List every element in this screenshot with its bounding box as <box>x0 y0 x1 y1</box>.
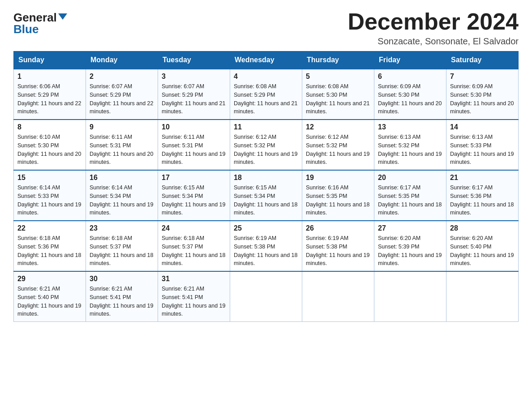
day-number: 5 <box>306 73 370 81</box>
day-number: 14 <box>450 123 515 131</box>
day-info: Sunrise: 6:09 AM Sunset: 5:30 PM Dayligh… <box>450 82 515 116</box>
calendar-table: Sunday Monday Tuesday Wednesday Thursday… <box>13 51 519 322</box>
day-number: 20 <box>378 174 442 182</box>
week-row-5: 29 Sunrise: 6:21 AM Sunset: 5:40 PM Dayl… <box>14 271 519 322</box>
day-cell: 3 Sunrise: 6:07 AM Sunset: 5:29 PM Dayli… <box>158 69 230 120</box>
calendar-header-row: Sunday Monday Tuesday Wednesday Thursday… <box>14 51 519 69</box>
day-info: Sunrise: 6:13 AM Sunset: 5:33 PM Dayligh… <box>450 133 515 167</box>
col-sunday: Sunday <box>14 51 86 69</box>
day-info: Sunrise: 6:19 AM Sunset: 5:38 PM Dayligh… <box>234 234 298 268</box>
day-info: Sunrise: 6:11 AM Sunset: 5:31 PM Dayligh… <box>90 133 154 167</box>
day-cell: 25 Sunrise: 6:19 AM Sunset: 5:38 PM Dayl… <box>230 221 302 271</box>
day-number: 24 <box>162 224 226 232</box>
day-cell: 30 Sunrise: 6:21 AM Sunset: 5:41 PM Dayl… <box>86 271 158 322</box>
week-row-2: 8 Sunrise: 6:10 AM Sunset: 5:30 PM Dayli… <box>14 120 519 170</box>
day-number: 1 <box>17 73 82 81</box>
day-cell: 5 Sunrise: 6:08 AM Sunset: 5:30 PM Dayli… <box>302 69 374 120</box>
day-number: 21 <box>450 174 515 182</box>
page-header: General Blue December 2024 Sonzacate, So… <box>13 9 519 47</box>
day-info: Sunrise: 6:07 AM Sunset: 5:29 PM Dayligh… <box>90 82 154 116</box>
day-cell: 27 Sunrise: 6:20 AM Sunset: 5:39 PM Dayl… <box>374 221 446 271</box>
day-number: 11 <box>234 123 298 131</box>
day-info: Sunrise: 6:07 AM Sunset: 5:29 PM Dayligh… <box>162 82 226 116</box>
day-number: 12 <box>306 123 370 131</box>
day-info: Sunrise: 6:18 AM Sunset: 5:36 PM Dayligh… <box>17 234 82 268</box>
day-info: Sunrise: 6:14 AM Sunset: 5:33 PM Dayligh… <box>17 184 82 217</box>
day-cell: 4 Sunrise: 6:08 AM Sunset: 5:29 PM Dayli… <box>230 69 302 120</box>
day-cell: 28 Sunrise: 6:20 AM Sunset: 5:40 PM Dayl… <box>446 221 519 271</box>
day-cell <box>446 271 519 322</box>
day-number: 13 <box>378 123 442 131</box>
col-friday: Friday <box>374 51 446 69</box>
day-info: Sunrise: 6:14 AM Sunset: 5:34 PM Dayligh… <box>90 184 154 217</box>
col-saturday: Saturday <box>446 51 519 69</box>
day-number: 29 <box>17 275 82 283</box>
day-cell: 26 Sunrise: 6:19 AM Sunset: 5:38 PM Dayl… <box>302 221 374 271</box>
col-monday: Monday <box>86 51 158 69</box>
day-cell: 16 Sunrise: 6:14 AM Sunset: 5:34 PM Dayl… <box>86 170 158 221</box>
logo-general-text: General <box>13 12 57 23</box>
day-number: 4 <box>234 73 298 81</box>
day-cell: 8 Sunrise: 6:10 AM Sunset: 5:30 PM Dayli… <box>14 120 86 170</box>
day-cell <box>374 271 446 322</box>
day-cell: 2 Sunrise: 6:07 AM Sunset: 5:29 PM Dayli… <box>86 69 158 120</box>
day-cell: 10 Sunrise: 6:11 AM Sunset: 5:31 PM Dayl… <box>158 120 230 170</box>
logo-general: General <box>13 12 67 23</box>
day-cell: 18 Sunrise: 6:15 AM Sunset: 5:34 PM Dayl… <box>230 170 302 221</box>
day-number: 23 <box>90 224 154 232</box>
day-number: 15 <box>17 174 82 182</box>
logo: General Blue <box>13 9 67 35</box>
day-cell: 20 Sunrise: 6:17 AM Sunset: 5:35 PM Dayl… <box>374 170 446 221</box>
day-info: Sunrise: 6:11 AM Sunset: 5:31 PM Dayligh… <box>162 133 226 167</box>
day-info: Sunrise: 6:09 AM Sunset: 5:30 PM Dayligh… <box>378 82 442 116</box>
main-title: December 2024 <box>348 9 519 34</box>
col-tuesday: Tuesday <box>158 51 230 69</box>
week-row-3: 15 Sunrise: 6:14 AM Sunset: 5:33 PM Dayl… <box>14 170 519 221</box>
day-info: Sunrise: 6:21 AM Sunset: 5:40 PM Dayligh… <box>17 285 82 318</box>
day-number: 27 <box>378 224 442 232</box>
day-cell: 12 Sunrise: 6:12 AM Sunset: 5:32 PM Dayl… <box>302 120 374 170</box>
day-number: 19 <box>306 174 370 182</box>
day-info: Sunrise: 6:08 AM Sunset: 5:29 PM Dayligh… <box>234 82 298 116</box>
day-info: Sunrise: 6:21 AM Sunset: 5:41 PM Dayligh… <box>90 285 154 318</box>
day-cell: 6 Sunrise: 6:09 AM Sunset: 5:30 PM Dayli… <box>374 69 446 120</box>
day-cell: 23 Sunrise: 6:18 AM Sunset: 5:37 PM Dayl… <box>86 221 158 271</box>
day-cell: 31 Sunrise: 6:21 AM Sunset: 5:41 PM Dayl… <box>158 271 230 322</box>
day-number: 2 <box>90 73 154 81</box>
day-number: 22 <box>17 224 82 232</box>
day-cell <box>302 271 374 322</box>
day-info: Sunrise: 6:18 AM Sunset: 5:37 PM Dayligh… <box>90 234 154 268</box>
day-info: Sunrise: 6:10 AM Sunset: 5:30 PM Dayligh… <box>17 133 82 167</box>
day-info: Sunrise: 6:20 AM Sunset: 5:40 PM Dayligh… <box>450 234 515 268</box>
day-info: Sunrise: 6:18 AM Sunset: 5:37 PM Dayligh… <box>162 234 226 268</box>
day-number: 30 <box>90 275 154 283</box>
day-number: 17 <box>162 174 226 182</box>
day-cell: 19 Sunrise: 6:16 AM Sunset: 5:35 PM Dayl… <box>302 170 374 221</box>
day-info: Sunrise: 6:12 AM Sunset: 5:32 PM Dayligh… <box>234 133 298 167</box>
day-number: 18 <box>234 174 298 182</box>
day-number: 8 <box>17 123 82 131</box>
day-cell: 21 Sunrise: 6:17 AM Sunset: 5:36 PM Dayl… <box>446 170 519 221</box>
day-cell: 17 Sunrise: 6:15 AM Sunset: 5:34 PM Dayl… <box>158 170 230 221</box>
logo-blue-text: Blue <box>13 23 39 35</box>
day-number: 16 <box>90 174 154 182</box>
day-info: Sunrise: 6:21 AM Sunset: 5:41 PM Dayligh… <box>162 285 226 318</box>
day-number: 25 <box>234 224 298 232</box>
day-cell: 9 Sunrise: 6:11 AM Sunset: 5:31 PM Dayli… <box>86 120 158 170</box>
day-cell: 15 Sunrise: 6:14 AM Sunset: 5:33 PM Dayl… <box>14 170 86 221</box>
week-row-4: 22 Sunrise: 6:18 AM Sunset: 5:36 PM Dayl… <box>14 221 519 271</box>
day-number: 6 <box>378 73 442 81</box>
col-wednesday: Wednesday <box>230 51 302 69</box>
week-row-1: 1 Sunrise: 6:06 AM Sunset: 5:29 PM Dayli… <box>14 69 519 120</box>
day-number: 31 <box>162 275 226 283</box>
day-cell: 1 Sunrise: 6:06 AM Sunset: 5:29 PM Dayli… <box>14 69 86 120</box>
day-info: Sunrise: 6:19 AM Sunset: 5:38 PM Dayligh… <box>306 234 370 268</box>
day-number: 26 <box>306 224 370 232</box>
day-number: 28 <box>450 224 515 232</box>
day-cell: 7 Sunrise: 6:09 AM Sunset: 5:30 PM Dayli… <box>446 69 519 120</box>
day-info: Sunrise: 6:15 AM Sunset: 5:34 PM Dayligh… <box>162 184 226 217</box>
day-info: Sunrise: 6:06 AM Sunset: 5:29 PM Dayligh… <box>17 82 82 116</box>
day-info: Sunrise: 6:17 AM Sunset: 5:35 PM Dayligh… <box>378 184 442 217</box>
day-number: 9 <box>90 123 154 131</box>
day-info: Sunrise: 6:17 AM Sunset: 5:36 PM Dayligh… <box>450 184 515 217</box>
